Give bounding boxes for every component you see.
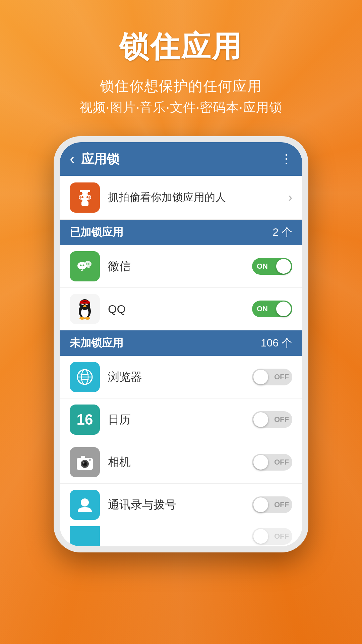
spy-chevron: ›: [288, 191, 292, 205]
svg-rect-6: [81, 201, 88, 206]
qq-toggle-knob: [276, 302, 291, 316]
svg-point-22: [79, 317, 85, 320]
qq-toggle[interactable]: ON: [252, 301, 292, 317]
svg-point-23: [85, 317, 90, 320]
contacts-name: 通讯录与拨号: [108, 497, 252, 513]
svg-point-8: [80, 265, 82, 266]
browser-name: 浏览器: [108, 369, 252, 385]
app-row-wechat: 微信 ON: [60, 245, 302, 288]
spy-icon: [70, 182, 100, 213]
camera-icon: [70, 447, 100, 477]
unlocked-section-count: 106 个: [261, 336, 292, 351]
app-row-browser: 浏览器 OFF: [60, 356, 302, 398]
spy-row[interactable]: 抓拍偷看你加锁应用的人 ›: [60, 176, 302, 220]
unlocked-section-header: 未加锁应用 106 个: [60, 330, 302, 356]
app-row-calendar: 16 日历 OFF: [60, 398, 302, 441]
contacts-toggle-label: OFF: [274, 500, 289, 509]
back-button[interactable]: ‹: [70, 151, 74, 167]
browser-icon: [70, 362, 100, 392]
partial-toggle-knob: [253, 529, 268, 544]
header-subtitle2: 视频·图片·音乐·文件·密码本·应用锁: [13, 99, 349, 116]
app-row-camera: 相机 OFF: [60, 441, 302, 484]
header-title: 锁住应用: [13, 27, 349, 67]
svg-point-5: [86, 196, 88, 198]
calendar-icon: 16: [70, 405, 100, 435]
camera-name: 相机: [108, 454, 252, 470]
header-subtitle1: 锁住你想保护的任何应用: [13, 77, 349, 96]
wechat-icon: [70, 251, 100, 281]
camera-toggle[interactable]: OFF: [252, 454, 292, 471]
contacts-toggle[interactable]: OFF: [252, 496, 292, 513]
qq-toggle-label: ON: [257, 305, 268, 313]
calendar-toggle-knob: [253, 412, 268, 427]
svg-point-11: [86, 263, 87, 265]
unlocked-section-label: 未加锁应用: [70, 336, 123, 351]
contacts-icon: [70, 490, 100, 520]
svg-point-34: [81, 498, 89, 506]
partial-bottom-row: OFF: [60, 526, 302, 546]
calendar-toggle-label: OFF: [274, 415, 289, 424]
svg-point-10: [84, 261, 92, 267]
phone-screen: ‹ 应用锁 ⋮: [60, 142, 302, 546]
svg-rect-32: [81, 456, 85, 459]
svg-point-31: [83, 462, 84, 464]
calendar-toggle[interactable]: OFF: [252, 411, 292, 428]
app-row-contacts: 通讯录与拨号 OFF: [60, 484, 302, 526]
menu-button[interactable]: ⋮: [280, 152, 292, 166]
browser-toggle-label: OFF: [274, 373, 289, 381]
camera-toggle-knob: [253, 455, 268, 470]
locked-section-label: 已加锁应用: [70, 225, 123, 240]
contacts-toggle-knob: [253, 497, 268, 512]
main-wrapper: 锁住应用 锁住你想保护的任何应用 视频·图片·音乐·文件·密码本·应用锁 ‹ 应…: [0, 0, 362, 644]
qq-name: QQ: [108, 303, 252, 316]
header-section: 锁住应用 锁住你想保护的任何应用 视频·图片·音乐·文件·密码本·应用锁: [0, 0, 362, 136]
svg-point-4: [81, 196, 83, 198]
svg-rect-3: [79, 195, 91, 199]
wechat-name: 微信: [108, 259, 252, 274]
svg-point-9: [83, 265, 84, 266]
browser-toggle[interactable]: OFF: [252, 369, 292, 385]
spy-text: 抓拍偷看你加锁应用的人: [108, 190, 288, 205]
app-row-qq: QQ ON: [60, 288, 302, 330]
camera-toggle-label: OFF: [274, 458, 289, 467]
wechat-toggle-label: ON: [257, 262, 268, 271]
locked-section-header: 已加锁应用 2 个: [60, 220, 302, 245]
app-header-bar: ‹ 应用锁 ⋮: [60, 142, 302, 176]
svg-rect-21: [80, 302, 90, 304]
wechat-toggle-knob: [276, 259, 291, 274]
wechat-toggle[interactable]: ON: [252, 258, 292, 275]
browser-toggle-knob: [253, 370, 268, 384]
app-bar-title: 应用锁: [81, 151, 280, 168]
qq-icon: [70, 294, 100, 324]
partial-toggle-label: OFF: [274, 532, 289, 541]
locked-section-count: 2 个: [273, 225, 292, 240]
svg-point-33: [89, 459, 91, 461]
svg-rect-0: [80, 190, 90, 192]
svg-point-12: [88, 263, 89, 265]
calendar-name: 日历: [108, 412, 252, 427]
partial-toggle[interactable]: OFF: [252, 528, 292, 545]
partial-icon: [70, 526, 100, 546]
phone-mockup: ‹ 应用锁 ⋮: [54, 136, 308, 552]
svg-point-20: [83, 305, 86, 307]
